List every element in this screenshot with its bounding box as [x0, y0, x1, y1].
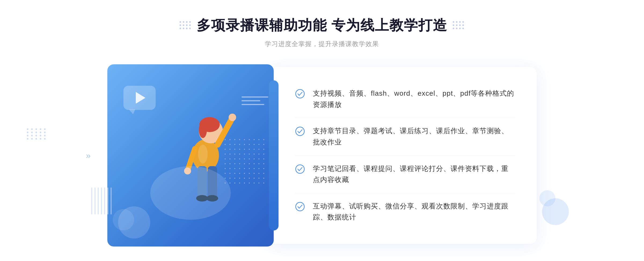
deco-line-3 [241, 104, 264, 105]
content-area: » [107, 64, 537, 247]
feature-text-2: 支持章节目录、弹题考试、课后练习、课后作业、章节测验、批改作业 [313, 125, 515, 148]
illustration-panel [107, 64, 274, 247]
stripe-decoration [91, 188, 113, 214]
feature-text-1: 支持视频、音频、flash、word、excel、ppt、pdf等各种格式的资源… [313, 88, 515, 110]
feature-text-4: 互动弹幕、试听购买、微信分享、观看次数限制、学习进度跟踪、数据统计 [313, 201, 515, 223]
feature-item-2: 支持章节目录、弹题考试、课后练习、课后作业、章节测验、批改作业 [295, 118, 515, 155]
glow-circle [150, 166, 231, 220]
deco-line-2 [241, 100, 260, 101]
right-circle-small [539, 190, 555, 206]
subtitle: 学习进度全掌握，提升录播课教学效果 [265, 40, 379, 48]
svg-point-16 [296, 202, 304, 211]
check-icon-1 [295, 89, 305, 99]
left-chevrons: » [86, 151, 91, 161]
feature-item-3: 学习笔记回看、课程提问、课程评论打分、课件资料下载，重点内容收藏 [295, 156, 515, 193]
page-wrapper: 多项录播课辅助功能 专为线上教学打造 学习进度全掌握，提升录播课教学效果 » [0, 0, 644, 261]
title-dots-right [453, 21, 464, 30]
title-row: 多项录播课辅助功能 专为线上教学打造 [180, 16, 464, 35]
header-section: 多项录播课辅助功能 专为线上教学打造 学习进度全掌握，提升录播课教学效果 [180, 16, 464, 48]
check-icon-2 [295, 126, 305, 136]
outer-dots-left [27, 128, 47, 140]
feature-text-3: 学习笔记回看、课程提问、课程评论打分、课件资料下载，重点内容收藏 [313, 163, 515, 185]
check-icon-3 [295, 164, 305, 174]
check-icon-4 [295, 202, 305, 211]
bottom-circle-2 [113, 209, 134, 230]
svg-point-5 [229, 114, 236, 121]
svg-line-6 [188, 149, 195, 169]
svg-point-13 [296, 90, 304, 98]
svg-point-15 [296, 165, 304, 173]
main-title: 多项录播课辅助功能 专为线上教学打造 [197, 16, 447, 35]
svg-point-14 [296, 127, 304, 136]
play-bubble [123, 86, 156, 110]
features-panel: 支持视频、音频、flash、word、excel、ppt、pdf等各种格式的资源… [268, 67, 537, 244]
feature-item-4: 互动弹幕、试听购买、微信分享、观看次数限制、学习进度跟踪、数据统计 [295, 193, 515, 230]
chevron-icon: » [86, 151, 91, 161]
deco-lines [241, 96, 268, 105]
svg-point-12 [198, 145, 208, 163]
play-button-area [123, 86, 156, 110]
title-dots-left [180, 21, 191, 30]
play-triangle-icon [136, 92, 145, 104]
svg-point-3 [199, 122, 207, 138]
feature-item-1: 支持视频、音频、flash、word、excel、ppt、pdf等各种格式的资源… [295, 80, 515, 118]
deco-line-1 [241, 96, 268, 98]
blue-strip [269, 80, 279, 230]
